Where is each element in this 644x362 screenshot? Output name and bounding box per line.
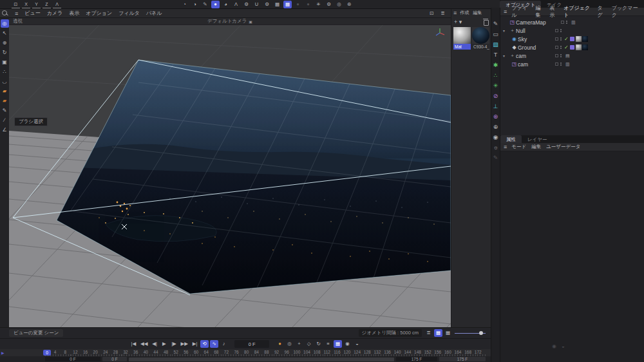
snap-settings-icon[interactable]: ∴: [1, 68, 9, 76]
viewport-toggle-icon[interactable]: ⊡: [428, 10, 436, 17]
visibility-dots[interactable]: [566, 21, 567, 24]
scale-tool-icon[interactable]: ▣: [1, 58, 9, 66]
goto-start-button[interactable]: |◀: [129, 340, 138, 348]
scene-end-field[interactable]: 175 F: [439, 357, 486, 361]
menu-item[interactable]: ビュー: [24, 10, 40, 17]
timeline-marker-icon[interactable]: ▶: [1, 350, 5, 355]
knife-tool-icon[interactable]: ∕: [1, 116, 9, 124]
prev-key-button[interactable]: ◀◀: [139, 340, 149, 348]
key-scale-button[interactable]: ◇: [305, 340, 313, 348]
next-frame-button[interactable]: |▶: [170, 340, 178, 348]
motext-icon[interactable]: T: [491, 50, 500, 59]
compositing-tag-icon[interactable]: [570, 37, 574, 41]
texture-tag-icon[interactable]: [582, 44, 588, 50]
animation-path-button[interactable]: ∿: [210, 340, 218, 348]
dim-circle-icon[interactable]: ◒: [562, 343, 565, 349]
prev-frame-button[interactable]: ◀|: [151, 340, 159, 348]
record-button[interactable]: ●: [276, 340, 284, 348]
goto-end-button[interactable]: ▶|: [191, 340, 199, 348]
workplane-icon[interactable]: ▰: [1, 87, 9, 95]
layout-grid-icon[interactable]: ▦: [434, 329, 442, 337]
grid-icon[interactable]: ▦: [273, 1, 281, 8]
grid-snap-icon[interactable]: ▦: [283, 1, 292, 8]
view-change-chip[interactable]: ビューの変更 シーン: [9, 329, 63, 337]
dim-circle-icon-1[interactable]: ●: [294, 1, 302, 8]
autokey-button[interactable]: ◎: [285, 340, 294, 348]
visibility-dots[interactable]: [560, 29, 562, 32]
key-rotation-button[interactable]: ↻: [314, 340, 323, 348]
material-item[interactable]: C930-4_B: [472, 27, 489, 50]
edit-render-settings-icon[interactable]: ✎: [201, 1, 209, 8]
magnet-gear-icon[interactable]: ⚙: [263, 1, 271, 8]
target-icon[interactable]: ◎: [335, 1, 343, 8]
select-arrow-tool[interactable]: ↖: [1, 29, 9, 37]
live-selection-tool[interactable]: ◎: [1, 19, 9, 28]
dots-tag-icon[interactable]: ▥: [565, 62, 570, 67]
film-tag-icon[interactable]: ▥: [571, 20, 576, 25]
visibility-dots[interactable]: [560, 54, 562, 57]
viewport-render-icon[interactable]: ◔: [180, 1, 189, 8]
layout-single-icon[interactable]: ▦: [444, 329, 452, 337]
asset-gear-icon[interactable]: ⚙: [325, 1, 333, 8]
measure-tool-icon[interactable]: ∠: [1, 126, 9, 134]
compositing-tag-icon[interactable]: [570, 45, 574, 50]
preview-range-slider[interactable]: [129, 357, 394, 361]
attribute-menu-item[interactable]: ユーザーデータ: [546, 144, 580, 150]
material-item[interactable]: Mat: [453, 27, 471, 50]
texture-tag-icon[interactable]: [576, 44, 582, 50]
object-row-cam[interactable]: ▾ + cam ▤: [500, 52, 644, 60]
material-menu-item[interactable]: 作成: [460, 10, 469, 16]
sphere-icon[interactable]: ◕: [222, 1, 230, 8]
workplane-mode-icon[interactable]: ▰: [1, 97, 9, 105]
rotate-tool-icon[interactable]: ↻: [1, 48, 9, 57]
material-thumbnail[interactable]: [453, 27, 471, 44]
rectangle-spline-icon[interactable]: ▭: [491, 30, 500, 38]
object-menu-icon[interactable]: ≡: [504, 8, 507, 15]
material-pen-icon[interactable]: ✎: [491, 153, 500, 162]
dim-circle-icon-2[interactable]: ●: [304, 1, 312, 8]
cloner-icon[interactable]: ∴: [491, 71, 500, 79]
material-menu-icon[interactable]: ≡: [453, 10, 457, 16]
keyframe-presets-button[interactable]: ◒: [353, 340, 361, 348]
window-icon[interactable]: ⊡: [12, 1, 20, 8]
subdivision-surface-icon[interactable]: ✱: [491, 61, 500, 69]
camera-label-group[interactable]: デフォルトカメラ ▣: [207, 18, 252, 24]
next-key-button[interactable]: ▶▶: [180, 340, 190, 348]
symmetry-icon[interactable]: ✳: [491, 81, 500, 90]
material-menu-item[interactable]: 編集: [473, 10, 482, 16]
layer-swatch[interactable]: [555, 54, 558, 57]
panel-menu-icon[interactable]: ≣: [439, 10, 447, 17]
light-create-icon[interactable]: ☼: [491, 143, 500, 151]
timeline[interactable]: ▶ 0 048121620242832364044485256606468727…: [0, 349, 491, 356]
asset-icon[interactable]: ✳: [314, 1, 323, 8]
play-button[interactable]: ▶: [160, 340, 169, 348]
enabled-check-icon[interactable]: ✓: [564, 36, 569, 42]
current-frame-field[interactable]: 0 F: [234, 340, 269, 348]
physical-sky-icon[interactable]: ⊛: [491, 112, 500, 120]
delete-material-icon[interactable]: [483, 19, 488, 24]
viewport[interactable]: 透視 デフォルトカメラ ▣ ブラシ選択: [9, 18, 451, 327]
object-row-sky[interactable]: ◉ Sky ✓: [500, 35, 644, 43]
key-pla-button[interactable]: ▦: [334, 340, 342, 348]
cube-primitive-icon[interactable]: ▧: [491, 40, 500, 48]
loop-preview-button[interactable]: ⟲: [200, 340, 209, 348]
timeline-playhead[interactable]: 0: [43, 350, 51, 356]
layer-swatch[interactable]: [555, 37, 558, 41]
magnet-tool-icon[interactable]: ◡: [1, 77, 9, 86]
visibility-dots[interactable]: [560, 46, 562, 49]
layer-swatch[interactable]: [561, 21, 564, 24]
key-position-button[interactable]: +: [295, 340, 303, 348]
preview-start-field[interactable]: 0 F: [102, 357, 127, 361]
preview-end-field[interactable]: 175 F: [396, 357, 437, 361]
slider-knob[interactable]: [479, 331, 483, 335]
expander-icon[interactable]: ▾: [503, 28, 509, 33]
spline-pen-icon[interactable]: ✎: [491, 19, 500, 28]
character-gear-icon[interactable]: ⚙: [242, 1, 251, 8]
keyframe-selection-button[interactable]: ◉: [343, 340, 352, 348]
camera-create-icon[interactable]: ◉: [491, 133, 500, 141]
brush-tool-icon[interactable]: ✎: [1, 106, 9, 115]
object-row-ground[interactable]: ◆ Ground ✓: [500, 43, 644, 52]
material-thumbnail[interactable]: [472, 27, 489, 44]
object-row-cam-child[interactable]: ◳ cam ▥: [500, 60, 644, 68]
texture-tag-icon[interactable]: [576, 36, 582, 42]
